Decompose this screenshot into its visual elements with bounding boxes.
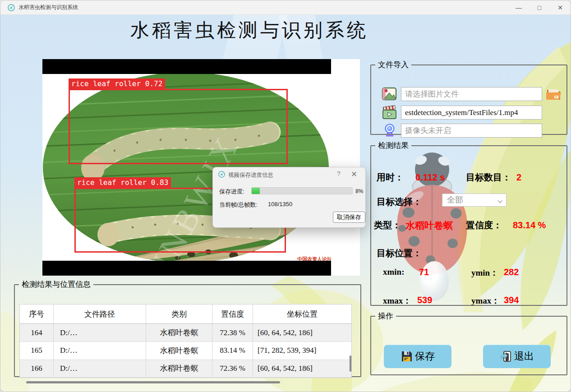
folder-icon[interactable] bbox=[545, 87, 562, 101]
save-progress-dialog: 视频保存进度信息 ? ✕ 保存进度: 8% 当前帧/总帧数: 108/1350 … bbox=[212, 167, 366, 228]
exit-button[interactable]: 退出 bbox=[483, 345, 551, 368]
maximize-button[interactable]: □ bbox=[529, 0, 550, 15]
cell-confidence: 72.36 % bbox=[212, 360, 253, 378]
column-header: 类别 bbox=[146, 304, 212, 323]
cell-filepath: D:/… bbox=[54, 324, 146, 341]
target-count-value: 2 bbox=[516, 172, 521, 183]
table-row[interactable]: 165 D:/… 水稻叶卷螟 83.14 % [71, 282, 539, 39… bbox=[20, 342, 351, 360]
save-button-label: 保存 bbox=[415, 350, 435, 363]
detection-results-title: 检测结果 bbox=[375, 140, 411, 151]
dialog-title: 视频保存进度信息 bbox=[228, 171, 273, 179]
photo-watermark-line1: 中国农资人论坛 bbox=[288, 256, 331, 261]
cell-class: 水稻叶卷螟 bbox=[146, 324, 212, 341]
save-floppy-icon bbox=[401, 350, 413, 363]
ymax-label: ymax： bbox=[471, 295, 500, 307]
table-row[interactable]: 166 D:/… 水稻叶卷螟 72.36 % [60, 64, 542, 186… bbox=[20, 360, 351, 378]
title-bar: 水稻害虫检测与识别系统 — □ ✕ bbox=[0, 0, 571, 15]
frames-value: 108/1350 bbox=[268, 201, 292, 208]
column-header: 坐标位置 bbox=[253, 304, 351, 323]
dialog-close-button[interactable]: ✕ bbox=[349, 170, 359, 180]
table-header-row: 序号 文件路径 类别 置信度 坐标位置 bbox=[20, 304, 351, 324]
target-select-label: 目标选择： bbox=[377, 196, 422, 208]
progress-label: 保存进度: bbox=[219, 188, 244, 196]
ymax-value: 394 bbox=[504, 295, 519, 305]
save-button[interactable]: 保存 bbox=[384, 345, 451, 368]
results-table-title: 检测结果与位置信息 bbox=[19, 279, 93, 290]
cell-filepath: D:/… bbox=[54, 360, 146, 378]
ymin-value: 282 bbox=[504, 267, 519, 277]
file-import-title: 文件导入 bbox=[375, 60, 411, 70]
frames-label: 当前帧/总帧数: bbox=[219, 201, 258, 209]
main-content: 水稻害虫检测与识别系统 bbox=[0, 15, 571, 392]
xmax-label: xmax： bbox=[383, 295, 411, 307]
time-value: 0.112 s bbox=[415, 172, 445, 183]
progress-percent: 8% bbox=[355, 188, 363, 194]
close-button[interactable]: ✕ bbox=[550, 0, 571, 15]
detection-label-1: rice leaf roller 0.72 bbox=[69, 78, 165, 89]
cell-coordinates: [71, 282, 539, 394] bbox=[253, 342, 351, 360]
camera-input[interactable]: 摄像头未开启 bbox=[401, 124, 542, 138]
ymin-label: ymin： bbox=[471, 267, 498, 279]
detection-label-2: rice leaf roller 0.83 bbox=[74, 177, 171, 188]
cell-confidence: 83.14 % bbox=[212, 342, 253, 360]
cell-index: 166 bbox=[20, 360, 54, 378]
minimize-button[interactable]: — bbox=[508, 0, 529, 15]
type-value: 水稻叶卷螟 bbox=[405, 219, 453, 232]
xmax-value: 539 bbox=[417, 295, 432, 305]
video-file-input[interactable]: estdetection_system/TestFiles/1.mp4 bbox=[401, 106, 542, 120]
cell-index: 164 bbox=[20, 324, 54, 341]
image-file-input[interactable]: 请选择图片文件 bbox=[401, 87, 542, 101]
target-count-label: 目标数目： bbox=[466, 171, 511, 184]
webcam-icon[interactable] bbox=[382, 123, 397, 138]
letterbox-bottom bbox=[42, 261, 331, 276]
cancel-save-button[interactable]: 取消保存 bbox=[333, 212, 365, 223]
results-table: 序号 文件路径 类别 置信度 坐标位置 164 D:/… 水稻叶卷螟 72.38… bbox=[19, 304, 352, 378]
exit-button-label: 退出 bbox=[514, 350, 534, 363]
app-icon bbox=[8, 4, 15, 11]
actions-group: 操作 保存 退出 bbox=[370, 311, 567, 375]
cell-coordinates: [60, 64, 542, 186] bbox=[253, 360, 351, 378]
cell-coordinates: [60, 64, 542, 186] bbox=[253, 324, 351, 341]
exit-door-icon bbox=[500, 350, 512, 363]
column-header: 序号 bbox=[20, 304, 54, 323]
xmin-label: xmin: bbox=[383, 267, 405, 277]
photo-watermark: 中国农资人论坛 www.191bbs.com bbox=[288, 256, 331, 261]
results-table-group: 检测结果与位置信息 序号 文件路径 类别 置信度 坐标位置 164 D:/… 水… bbox=[14, 279, 361, 377]
vertical-scrollbar[interactable] bbox=[350, 355, 351, 372]
cell-filepath: D:/… bbox=[54, 342, 146, 360]
detection-results-group: 检测结果 用时： 0.112 s 目标数目： 2 bbox=[370, 140, 567, 306]
column-header: 置信度 bbox=[212, 304, 253, 323]
time-label: 用时： bbox=[377, 171, 404, 184]
table-row[interactable]: 164 D:/… 水稻叶卷螟 72.38 % [60, 64, 542, 186… bbox=[20, 324, 351, 342]
dialog-help-button[interactable]: ? bbox=[334, 170, 344, 179]
confidence-label: 置信度： bbox=[466, 219, 502, 231]
image-icon[interactable] bbox=[382, 86, 397, 101]
app-window: 水稻害虫检测与识别系统 — □ ✕ 水稻害虫检测与识别系统 bbox=[0, 0, 571, 392]
film-icon[interactable] bbox=[381, 105, 397, 120]
chevron-down-icon bbox=[497, 198, 502, 203]
actions-title: 操作 bbox=[375, 311, 396, 321]
column-header: 文件路径 bbox=[54, 304, 146, 323]
confidence-value: 83.14 % bbox=[513, 220, 546, 231]
file-import-group: 文件导入 请选择图片文件 bbox=[370, 60, 567, 135]
target-select-value: 全部 bbox=[447, 195, 463, 204]
cell-index: 165 bbox=[20, 342, 54, 360]
target-position-label: 目标位置： bbox=[377, 247, 422, 259]
cell-confidence: 72.38 % bbox=[212, 324, 253, 341]
progress-bar bbox=[251, 187, 353, 194]
progress-fill bbox=[252, 188, 260, 194]
dialog-app-icon bbox=[218, 171, 225, 178]
window-title: 水稻害虫检测与识别系统 bbox=[18, 4, 78, 11]
horizontal-scrollbar[interactable] bbox=[26, 381, 280, 383]
page-title: 水稻害虫检测与识别系统 bbox=[0, 18, 498, 43]
cell-class: 水稻叶卷螟 bbox=[146, 360, 212, 378]
detection-box-1 bbox=[69, 89, 288, 164]
cell-class: 水稻叶卷螟 bbox=[146, 342, 212, 360]
xmin-value: 71 bbox=[419, 267, 429, 277]
type-label: 类型： bbox=[374, 219, 401, 231]
target-select-dropdown[interactable]: 全部 bbox=[442, 194, 507, 207]
letterbox-top bbox=[42, 59, 331, 74]
